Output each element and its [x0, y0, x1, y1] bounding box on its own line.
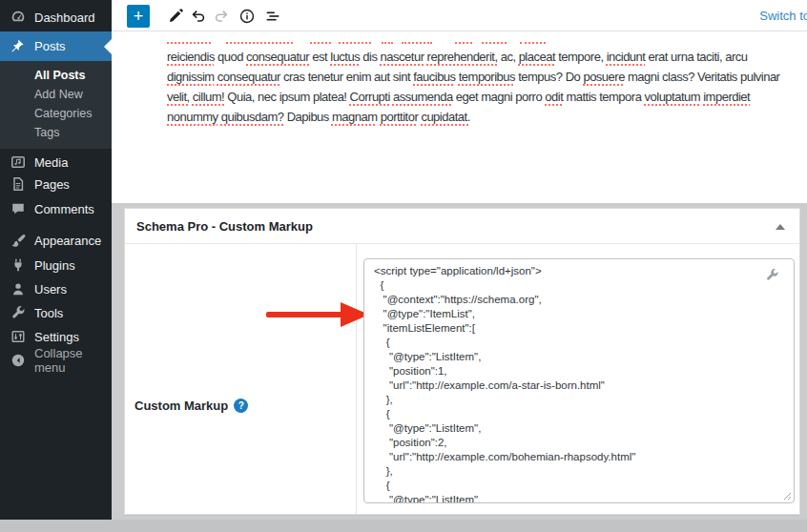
- misspelled-word: posuere: [583, 70, 624, 84]
- window-bottom-strip: [0, 520, 807, 532]
- misspelled-word: placeat: [519, 50, 555, 64]
- metabox-title: Schema Pro - Custom Markup: [136, 219, 313, 234]
- edit-tools-icon[interactable]: [165, 7, 184, 26]
- editor-toolbar: + Switch to: [112, 0, 807, 31]
- page-icon: [10, 175, 27, 193]
- column-divider: [356, 244, 357, 514]
- sidebar-item-label: Tools: [34, 306, 63, 320]
- paragraph-line: nonummy quibusdam? Dapibus magnam portti…: [167, 107, 804, 127]
- custom-markup-textarea[interactable]: <script type="application/ld+json"> { "@…: [363, 258, 795, 503]
- user-icon: [10, 280, 27, 297]
- switch-to-link[interactable]: Switch to: [759, 9, 807, 23]
- comment-icon: [10, 200, 27, 217]
- misspelled-word: faucibus: [413, 70, 455, 84]
- sidebar-item-appearance[interactable]: Appearance: [0, 229, 112, 252]
- spellcheck-underline: [482, 37, 507, 44]
- dashboard-icon: [10, 9, 27, 26]
- misspelled-word: cupidatat.: [421, 110, 469, 124]
- paragraph-line: velit, cillum! Quia, nec ipsum platea! C…: [167, 87, 804, 107]
- editor-area: + Switch to reiciendis quod consequatur …: [112, 0, 807, 532]
- media-icon: [10, 153, 27, 171]
- admin-sidebar: Dashboard Posts All Posts Add New Catego…: [0, 0, 112, 520]
- sidebar-item-label: Users: [34, 282, 67, 297]
- metabox-body: Custom Markup ? <script type="applicatio…: [125, 244, 799, 514]
- red-arrow-annotation: [266, 301, 369, 328]
- custom-markup-label: Custom Markup ?: [134, 399, 248, 413]
- misspelled-word: consequatur: [246, 50, 309, 64]
- misspelled-word: temporibus: [459, 70, 515, 84]
- collapse-icon: [10, 352, 27, 369]
- misspelled-word: cillum!: [193, 90, 224, 104]
- misspelled-word: nonummy: [167, 110, 218, 124]
- misspelled-word: quibusdam?: [221, 110, 284, 124]
- misspelled-word: voluptatum: [645, 90, 701, 104]
- submenu-item-categories[interactable]: Categories: [0, 105, 112, 122]
- wordpress-admin-screen: Dashboard Posts All Posts Add New Catego…: [0, 0, 807, 532]
- brush-icon: [10, 232, 27, 249]
- spellcheck-underline: [520, 37, 546, 44]
- submenu-item-tags[interactable]: Tags: [0, 124, 112, 141]
- spellcheck-underline: [310, 37, 331, 44]
- misspelled-word: porttitor: [381, 110, 419, 124]
- misspelled-word: imperdiet: [703, 90, 750, 104]
- sidebar-item-label: Media: [34, 155, 68, 170]
- submenu-item-all-posts[interactable]: All Posts: [0, 67, 112, 84]
- misspelled-word: dignissim: [167, 70, 215, 84]
- clipped-text-line: [167, 37, 797, 45]
- sidebar-item-label: Collapse menu: [34, 346, 112, 375]
- misspelled-word: incidunt: [607, 50, 646, 64]
- misspelled-word: reprehenderit,: [427, 50, 498, 64]
- metabox-header[interactable]: Schema Pro - Custom Markup: [125, 209, 799, 244]
- add-block-button[interactable]: +: [127, 5, 150, 28]
- sidebar-item-label: Dashboard: [34, 10, 95, 25]
- spellcheck-underline: [339, 37, 371, 44]
- misspelled-word: odit: [545, 90, 563, 104]
- paragraph-line: reiciendis quod consequatur est luctus d…: [167, 47, 804, 67]
- sidebar-item-users[interactable]: Users: [0, 277, 112, 300]
- misspelled-word: consequatur: [217, 70, 280, 84]
- sidebar-item-tools[interactable]: Tools: [0, 301, 112, 324]
- sidebar-item-label: Appearance: [34, 234, 101, 248]
- sidebar-item-settings[interactable]: Settings: [0, 325, 112, 348]
- sidebar-item-label: Settings: [34, 330, 79, 344]
- spellcheck-underline: [402, 37, 432, 44]
- misspelled-word: velit,: [167, 90, 190, 104]
- metabox-region: Schema Pro - Custom Markup Custom Markup…: [112, 203, 807, 520]
- submenu-item-add-new[interactable]: Add New: [0, 86, 112, 103]
- spellcheck-underline: [455, 37, 472, 44]
- sidebar-item-pages[interactable]: Pages: [0, 173, 112, 195]
- post-content-canvas[interactable]: reiciendis quod consequatur est luctus d…: [112, 31, 807, 203]
- post-paragraph[interactable]: reiciendis quod consequatur est luctus d…: [167, 47, 804, 127]
- sidebar-item-label: Posts: [34, 39, 66, 53]
- help-icon[interactable]: ?: [234, 399, 248, 413]
- sidebar-item-label: Pages: [34, 177, 70, 192]
- paragraph-line: dignissim consequatur cras tenetur enim …: [167, 67, 804, 87]
- sidebar-item-label: Plugins: [34, 258, 75, 273]
- sidebar-item-posts[interactable]: Posts: [0, 31, 112, 61]
- collapse-toggle-icon[interactable]: [776, 224, 785, 230]
- plugin-icon: [10, 256, 27, 274]
- sidebar-item-collapse-menu[interactable]: Collapse menu: [0, 349, 112, 372]
- resize-handle-icon[interactable]: [782, 491, 792, 501]
- markup-tool-icon[interactable]: [765, 268, 779, 282]
- misspelled-word: luctus: [330, 50, 360, 64]
- active-menu-notch: [104, 39, 112, 54]
- undo-icon[interactable]: [189, 7, 208, 26]
- redo-icon[interactable]: [212, 7, 231, 26]
- pin-icon: [10, 38, 27, 55]
- info-icon[interactable]: [238, 7, 257, 26]
- misspelled-word: nascetur: [381, 50, 424, 64]
- sidebar-item-dashboard[interactable]: Dashboard: [0, 6, 112, 29]
- sidebar-item-plugins[interactable]: Plugins: [0, 254, 112, 276]
- list-view-icon[interactable]: [263, 7, 282, 26]
- misspelled-word: assumenda: [393, 90, 453, 104]
- schema-pro-metabox: Schema Pro - Custom Markup Custom Markup…: [124, 208, 800, 515]
- sidebar-item-comments[interactable]: Comments: [0, 197, 112, 220]
- misspelled-word: magnam: [332, 110, 378, 124]
- misspelled-word: reiciendis: [167, 50, 215, 64]
- posts-submenu: All Posts Add New Categories Tags: [0, 61, 112, 149]
- spellcheck-underline: [167, 37, 211, 44]
- wrench-icon: [10, 304, 27, 321]
- settings-icon: [10, 328, 27, 345]
- sidebar-item-media[interactable]: Media: [0, 151, 112, 174]
